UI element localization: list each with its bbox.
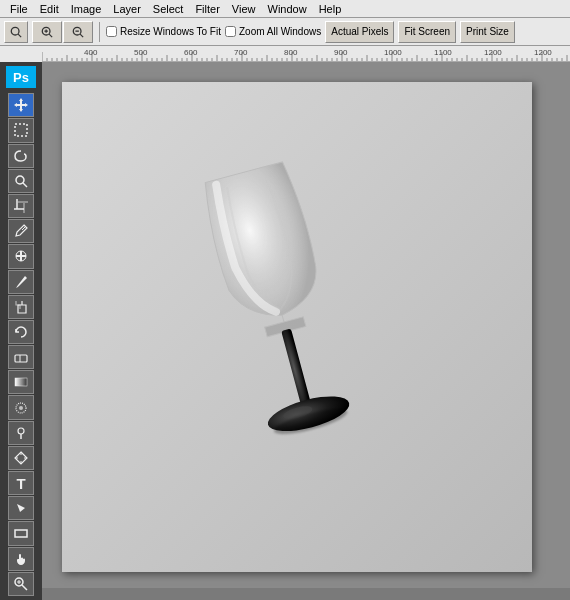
gradient-tool-btn[interactable]: [8, 370, 34, 394]
zoom-all-checkbox[interactable]: [225, 26, 236, 37]
healing-tool-btn[interactable]: [8, 244, 34, 268]
menu-view[interactable]: View: [226, 2, 262, 16]
svg-point-10: [16, 176, 24, 184]
svg-point-22: [19, 406, 23, 410]
wine-glass-image: [182, 142, 442, 502]
path-selection-tool-btn[interactable]: [8, 496, 34, 520]
menu-window[interactable]: Window: [262, 2, 313, 16]
menu-edit[interactable]: Edit: [34, 2, 65, 16]
zoom-tool-btn[interactable]: [4, 21, 28, 43]
lasso-tool-btn[interactable]: [8, 144, 34, 168]
history-tool-btn[interactable]: [8, 320, 34, 344]
svg-line-11: [23, 183, 27, 187]
toolbar: Resize Windows To Fit Zoom All Windows A…: [0, 18, 570, 46]
eyedropper-tool-btn[interactable]: [8, 219, 34, 243]
menu-bar: File Edit Image Layer Select Filter View…: [0, 0, 570, 18]
svg-point-0: [11, 27, 19, 35]
dodge-tool-btn[interactable]: [8, 421, 34, 445]
canvas-bottom-strip: [42, 588, 570, 600]
ruler-horizontal: [42, 46, 570, 62]
ruler-corner: [0, 46, 42, 62]
resize-windows-label[interactable]: Resize Windows To Fit: [106, 26, 221, 37]
menu-select[interactable]: Select: [147, 2, 190, 16]
hand-tool-btn[interactable]: [8, 547, 34, 571]
document-canvas: [62, 82, 532, 572]
clone-tool-btn[interactable]: [8, 295, 34, 319]
ps-logo: Ps: [6, 66, 36, 88]
zoom-in-btn[interactable]: [32, 21, 62, 43]
zoom-out-btn[interactable]: [63, 21, 93, 43]
zoom-group: [32, 21, 93, 43]
move-tool-btn[interactable]: [8, 93, 34, 117]
zoom-all-label[interactable]: Zoom All Windows: [225, 26, 321, 37]
menu-help[interactable]: Help: [313, 2, 348, 16]
svg-rect-30: [281, 328, 311, 408]
pen-tool-btn[interactable]: [8, 446, 34, 470]
eraser-tool-btn[interactable]: [8, 345, 34, 369]
menu-layer[interactable]: Layer: [107, 2, 147, 16]
toolbar-sep-1: [99, 22, 100, 42]
shape-tool-btn[interactable]: [8, 521, 34, 545]
svg-rect-25: [15, 530, 27, 537]
svg-point-23: [18, 428, 24, 434]
menu-filter[interactable]: Filter: [189, 2, 225, 16]
fit-screen-btn[interactable]: Fit Screen: [398, 21, 456, 43]
svg-rect-9: [15, 124, 27, 136]
print-size-btn[interactable]: Print Size: [460, 21, 515, 43]
blur-tool-btn[interactable]: [8, 395, 34, 419]
canvas-area: [42, 62, 570, 600]
marquee-tool-btn[interactable]: [8, 118, 34, 142]
actual-pixels-btn[interactable]: Actual Pixels: [325, 21, 394, 43]
zoom-tool-main-btn[interactable]: [8, 572, 34, 596]
svg-line-27: [22, 585, 27, 590]
svg-line-16: [22, 227, 25, 230]
svg-line-8: [80, 34, 83, 37]
svg-rect-20: [15, 378, 27, 386]
text-tool-btn[interactable]: T: [8, 471, 34, 495]
quick-select-tool-btn[interactable]: [8, 169, 34, 193]
svg-rect-18: [15, 355, 27, 362]
svg-line-5: [49, 34, 52, 37]
brush-tool-btn[interactable]: [8, 270, 34, 294]
menu-image[interactable]: Image: [65, 2, 108, 16]
menu-file[interactable]: File: [4, 2, 34, 16]
crop-tool-btn[interactable]: [8, 194, 34, 218]
resize-windows-checkbox[interactable]: [106, 26, 117, 37]
toolbox: Ps T: [0, 62, 42, 600]
svg-line-1: [18, 34, 21, 37]
